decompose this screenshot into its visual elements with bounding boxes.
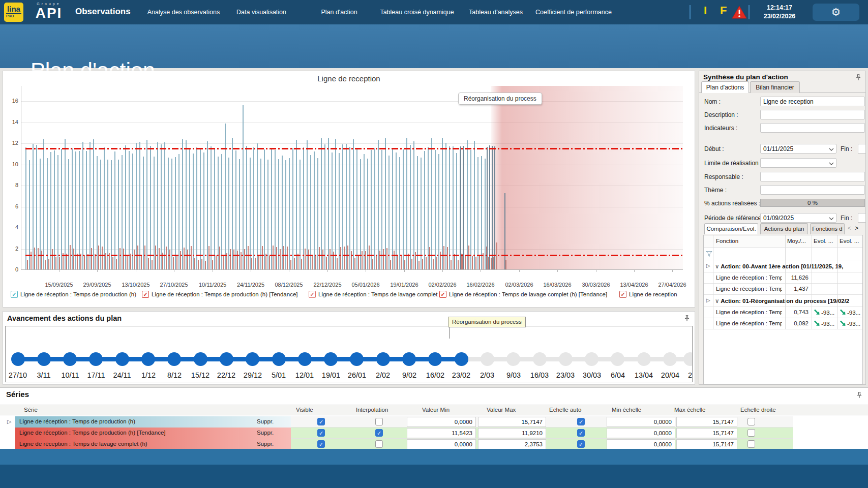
value-cell-emax[interactable]: 15,7147	[676, 428, 737, 438]
value-cell-vmax[interactable]: 11,9210	[478, 428, 546, 438]
timeline-milestone-done[interactable]	[37, 352, 51, 366]
field-thème[interactable]	[760, 185, 865, 195]
value-cell-emax[interactable]: 15,7147	[676, 439, 737, 449]
nav-item-plan-d-action[interactable]: Plan d'action	[298, 0, 380, 24]
checkbox-visible[interactable]: ✓	[317, 429, 325, 437]
checkbox-auto[interactable]: ✓	[577, 429, 585, 437]
legend-checkbox[interactable]: ✓	[142, 291, 149, 298]
group-row[interactable]: ▷∨ Action: 00-Avant 1ère action [01/11/2…	[704, 260, 862, 272]
subtab-fonctions-d[interactable]: Fonctions d	[810, 223, 845, 234]
suppr-button[interactable]: Suppr.	[257, 441, 274, 447]
timeline-milestone-done[interactable]	[272, 352, 286, 366]
checkbox-auto[interactable]: ✓	[577, 418, 585, 425]
value-cell-vmin[interactable]: 11,5423	[407, 428, 476, 438]
checkbox-interpolation[interactable]	[375, 418, 383, 425]
suppr-button[interactable]: Suppr.	[257, 418, 274, 424]
nav-item-analyse-des-observations[interactable]: Analyse des observations	[143, 0, 224, 24]
pin-icon[interactable]	[855, 74, 862, 81]
checkbox-droite[interactable]	[747, 429, 755, 437]
checkbox-auto[interactable]: ✓	[577, 440, 585, 448]
timeline-milestone-done[interactable]	[324, 352, 338, 366]
combo-field[interactable]	[760, 158, 836, 168]
indicator-f[interactable]: F	[720, 4, 727, 17]
nav-item-data-visualisation[interactable]: Data visualisation	[221, 0, 302, 24]
value-cell-emin[interactable]: 0,0000	[607, 428, 675, 438]
series-row[interactable]: ▷Ligne de réception : Temps de productio…	[0, 416, 868, 428]
timeline-milestone-done[interactable]	[11, 352, 25, 366]
timeline-milestone-done[interactable]	[298, 352, 312, 366]
timeline-milestone-done[interactable]	[89, 352, 103, 366]
timeline-milestone-todo[interactable]	[611, 352, 624, 366]
collapse-icon[interactable]: ∨	[715, 298, 719, 304]
field-nom[interactable]: Ligne de reception	[760, 97, 865, 106]
checkbox-droite[interactable]	[747, 418, 755, 425]
checkbox-visible[interactable]: ✓	[317, 440, 325, 448]
legend-checkbox[interactable]: ✓	[309, 291, 316, 298]
timeline-milestone-done[interactable]	[115, 352, 129, 366]
timeline-milestone-done[interactable]	[141, 352, 155, 366]
table-row[interactable]: Ligne de réception : Temp...0,092-93...-…	[704, 318, 862, 329]
chart-plot-area[interactable]	[21, 86, 683, 270]
timeline-milestone-todo[interactable]	[585, 352, 598, 366]
value-cell-emin[interactable]: 0,0000	[607, 439, 675, 449]
nav-item-coefficient-de-performance[interactable]: Coefficient de performance	[533, 0, 614, 24]
checkbox-visible[interactable]: ✓	[317, 418, 325, 425]
checkbox-droite[interactable]	[747, 440, 755, 448]
timeline-milestone-done[interactable]	[455, 352, 468, 366]
filter-funnel-icon[interactable]	[706, 251, 712, 257]
timeline-milestone-todo[interactable]	[683, 352, 693, 366]
timeline-milestone-done[interactable]	[220, 352, 233, 366]
filter-row[interactable]	[704, 248, 862, 260]
nav-item-tableau-crois-dynamique[interactable]: Tableau croisé dynamique	[376, 0, 458, 24]
timeline-milestone-done[interactable]	[194, 352, 207, 366]
timeline-milestone-todo[interactable]	[637, 352, 651, 366]
subtab-comparaison-evol-[interactable]: Comparaison/Evol.	[704, 223, 758, 234]
combo-field-clipped[interactable]	[858, 144, 866, 154]
combo-field-clipped[interactable]	[858, 213, 866, 223]
timeline-milestone-done[interactable]	[428, 352, 442, 366]
timeline-milestone-todo[interactable]	[559, 352, 573, 366]
nav-item-tableau-d-analyses[interactable]: Tableau d'analyses	[455, 0, 536, 24]
timeline-milestone-todo[interactable]	[506, 352, 520, 366]
subtab-scroll-left[interactable]: <	[848, 225, 851, 232]
timeline-milestone-done[interactable]	[402, 352, 416, 366]
value-cell-vmin[interactable]: 0,0000	[407, 439, 476, 449]
legend-checkbox[interactable]: ✓	[11, 291, 18, 298]
legend-checkbox[interactable]: ✓	[619, 291, 626, 298]
timeline-milestone-todo[interactable]	[663, 352, 677, 366]
checkbox-interpolation[interactable]: ✓	[375, 429, 383, 437]
value-cell-vmin[interactable]: 0,0000	[407, 417, 476, 427]
table-row[interactable]: Ligne de réception : Temp...0,743-93...-…	[704, 307, 862, 318]
series-row[interactable]: Ligne de réception : Temps de production…	[0, 428, 868, 439]
timeline-milestone-done[interactable]	[63, 352, 77, 366]
timeline-milestone-todo[interactable]	[533, 352, 547, 366]
indicator-i[interactable]: I	[704, 4, 707, 17]
value-cell-emax[interactable]: 15,7147	[676, 417, 737, 427]
pin-icon[interactable]	[683, 315, 691, 322]
series-row[interactable]: Ligne de réception : Temps de lavage com…	[0, 439, 868, 450]
group-expander-icon[interactable]: ▷	[706, 297, 710, 303]
group-expander-icon[interactable]: ▷	[706, 263, 710, 268]
settings-button[interactable]: ⚙	[813, 4, 859, 21]
timeline-milestone-done[interactable]	[167, 352, 181, 366]
warning-icon[interactable]	[731, 5, 747, 19]
collapse-icon[interactable]: ∨	[715, 263, 719, 269]
subtab-scroll-right[interactable]: >	[855, 225, 858, 232]
timeline-milestone-done[interactable]	[376, 352, 390, 366]
combo-field[interactable]: 01/11/2025	[760, 144, 836, 154]
table-row[interactable]: Ligne de réception : Temp...1,437	[704, 284, 862, 295]
group-row[interactable]: ▷∨ Action: 01-Réorganisation du process …	[704, 295, 862, 307]
checkbox-interpolation[interactable]	[375, 440, 383, 448]
field-description[interactable]	[760, 110, 865, 119]
combo-field[interactable]: 01/09/2025	[760, 213, 836, 223]
pin-icon[interactable]	[856, 391, 863, 399]
tab-plan-d-actions[interactable]: Plan d'actions	[701, 81, 749, 93]
value-cell-vmax[interactable]: 2,3753	[478, 439, 546, 449]
table-row[interactable]: Ligne de réception : Temp...11,626	[704, 272, 862, 284]
legend-checkbox[interactable]: ✓	[439, 291, 446, 298]
subtab-actions-du-plan[interactable]: Actions du plan	[760, 223, 808, 234]
value-cell-emin[interactable]: 0,0000	[607, 417, 675, 427]
timeline-milestone-done[interactable]	[350, 352, 364, 366]
value-cell-vmax[interactable]: 15,7147	[478, 417, 546, 427]
tab-bilan-financier[interactable]: Bilan financier	[750, 81, 800, 93]
